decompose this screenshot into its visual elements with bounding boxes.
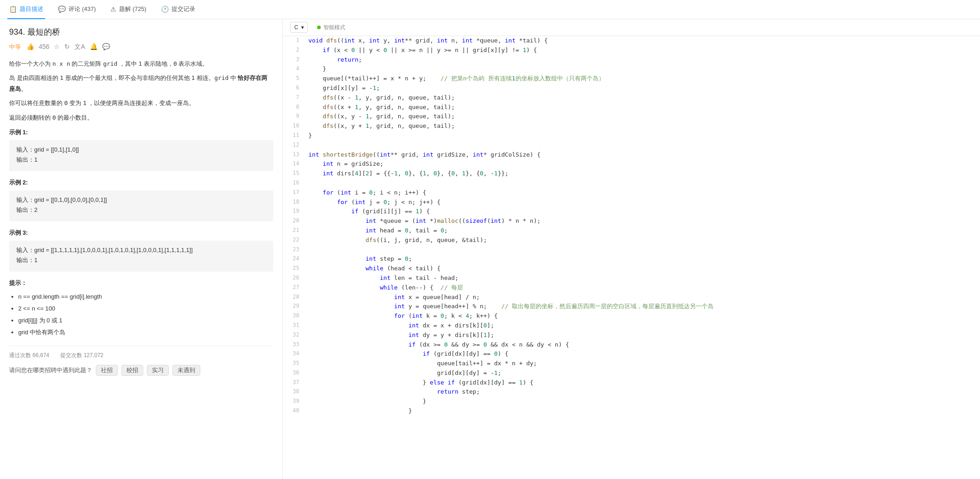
line-number: 32 (283, 331, 305, 340)
star-icon[interactable]: ☆ (54, 43, 60, 51)
table-row: 31 int dx = x + dirs[k][0]; (283, 321, 980, 331)
line-content: int len = tail - head; (305, 274, 980, 283)
line-content (305, 245, 980, 255)
line-number: 23 (283, 245, 305, 255)
example-3-block: 输入：grid = [[1,1,1,1,1],[1,0,0,0,1],[1,0,… (9, 241, 273, 272)
table-row: 5 queue[(*tail)++] = x * n + y; // 把第n个岛… (283, 74, 980, 84)
line-content: dfs((x + 1, y, grid, n, queue, tail); (305, 103, 980, 112)
line-number: 4 (283, 64, 305, 74)
top-nav: 📋 题目描述 💬 评论 (437) ⚠ 题解 (725) 🕐 提交记录 (0, 0, 980, 19)
table-row: 20 int *queue = (int *)malloc((sizeof(in… (283, 216, 980, 226)
nav-item-description[interactable]: 📋 题目描述 (7, 0, 45, 19)
line-number: 33 (283, 340, 305, 350)
line-content: } (305, 406, 980, 416)
language-selector[interactable]: C ▾ (290, 22, 308, 33)
tag-social[interactable]: 社招 (96, 365, 118, 376)
table-row: 8 dfs((x + 1, y, grid, n, queue, tail); (283, 103, 980, 112)
example-3-output: 输出：1 (16, 256, 266, 264)
desc-line-2: 岛 是由四面相连的 1 形成的一个最大组，即不会与非组内的任何其他 1 相连。g… (9, 73, 273, 94)
difficulty-badge: 中等 (9, 43, 21, 51)
line-number: 39 (283, 397, 305, 406)
line-content: int dy = y + dirs[k][1]; (305, 331, 980, 340)
line-number: 38 (283, 387, 305, 397)
line-content: dfs((i, j, grid, n, queue, &tail); (305, 236, 980, 245)
comment-icon[interactable]: 💬 (102, 43, 110, 51)
nav-item-comments[interactable]: 💬 评论 (437) (56, 0, 98, 19)
line-number: 1 (283, 36, 305, 46)
line-number: 17 (283, 188, 305, 198)
line-number: 3 (283, 55, 305, 65)
hint-3: grid[i][j] 为 0 或 1 (18, 315, 273, 326)
line-content: int head = 0, tail = 0; (305, 226, 980, 236)
main-layout: 934. 最短的桥 中等 👍 456 ☆ ↻ 文A 🔔 💬 给你一个大小为 n … (0, 19, 980, 479)
code-area[interactable]: 1void dfs((int x, int y, int** grid, int… (283, 36, 980, 479)
table-row: 25 while (head < tail) { (283, 264, 980, 274)
hint-4: grid 中恰有两个岛 (18, 326, 273, 338)
line-number: 2 (283, 46, 305, 55)
table-row: 35 queue[tail++] = dx * n + dy; (283, 359, 980, 368)
smart-mode-label: 智能模式 (323, 24, 345, 32)
line-content (305, 141, 980, 150)
tag-intern[interactable]: 实习 (147, 365, 169, 376)
line-number: 12 (283, 141, 305, 150)
refresh-icon[interactable]: ↻ (64, 43, 70, 51)
line-number: 7 (283, 93, 305, 103)
line-content: } (305, 397, 980, 406)
table-row: 39 } (283, 397, 980, 406)
tag-none[interactable]: 未遇到 (172, 365, 200, 376)
like-count: 456 (39, 43, 49, 51)
submit-count-label: 提交次数 (60, 352, 83, 358)
problem-title: 934. 最短的桥 (9, 26, 273, 37)
line-content: grid[x][y] = -1; (305, 84, 980, 93)
line-number: 9 (283, 112, 305, 121)
line-number: 8 (283, 103, 305, 112)
line-content: dfs((x, y + 1, grid, n, queue, tail); (305, 121, 980, 131)
line-number: 15 (283, 169, 305, 179)
table-row: 27 while (len--) { // 每层 (283, 283, 980, 293)
table-row: 11} (283, 131, 980, 141)
nav-item-submissions[interactable]: 🕐 提交记录 (159, 0, 197, 19)
example-1-input: 输入：grid = [[0,1],[1,0]] (16, 146, 266, 154)
line-number: 22 (283, 236, 305, 245)
example-1-title: 示例 1: (9, 128, 273, 137)
table-row: 40 } (283, 406, 980, 416)
line-number: 13 (283, 150, 305, 160)
example-3-title: 示例 3: (9, 229, 273, 237)
line-content (305, 179, 980, 188)
desc-line-3: 你可以将任意数量的 0 变为 1 ，以便使两座岛连接起来，变成一座岛。 (9, 98, 273, 108)
line-content: } (305, 64, 980, 74)
table-row: 6 grid[x][y] = -1; (283, 84, 980, 93)
line-number: 40 (283, 406, 305, 416)
problem-description: 给你一个大小为 n x n 的二元矩阵 grid ，其中 1 表示陆地，0 表示… (9, 58, 273, 123)
line-content: grid[dx][dy] = -1; (305, 368, 980, 378)
table-row: 21 int head = 0, tail = 0; (283, 226, 980, 236)
table-row: 28 int x = queue[head] / n; (283, 293, 980, 302)
table-row: 13int shortestBridge((int** grid, int gr… (283, 150, 980, 160)
tag-campus[interactable]: 校招 (121, 365, 143, 376)
translate-icon[interactable]: 文A (74, 43, 85, 51)
like-icon[interactable]: 👍 (26, 43, 34, 51)
line-number: 29 (283, 302, 305, 311)
line-content: if (grid[i][j] == 1) { (305, 207, 980, 216)
table-row: 24 int step = 0; (283, 254, 980, 264)
table-row: 14 int n = gridSize; (283, 159, 980, 169)
line-number: 18 (283, 198, 305, 207)
line-number: 24 (283, 254, 305, 264)
left-panel: 934. 最短的桥 中等 👍 456 ☆ ↻ 文A 🔔 💬 给你一个大小为 n … (0, 19, 283, 479)
difficulty-row: 中等 👍 456 ☆ ↻ 文A 🔔 💬 (9, 43, 273, 51)
nav-item-solutions[interactable]: ⚠ 题解 (725) (109, 0, 148, 19)
hints-title: 提示： (9, 279, 273, 287)
example-2: 示例 2: 输入：grid = [[0,1,0],[0,0,0],[0,0,1]… (9, 179, 273, 221)
bell-icon[interactable]: 🔔 (90, 43, 98, 51)
table-row: 3 return; (283, 55, 980, 65)
line-number: 30 (283, 311, 305, 321)
line-number: 19 (283, 207, 305, 216)
description-icon: 📋 (9, 5, 17, 13)
table-row: 4 } (283, 64, 980, 74)
table-row: 37 } else if (grid[dx][dy] == 1) { (283, 378, 980, 388)
line-number: 27 (283, 283, 305, 293)
line-number: 28 (283, 293, 305, 302)
line-content: while (len--) { // 每层 (305, 283, 980, 293)
stats-row: 通过次数 66,674 提交次数 127,072 (9, 346, 273, 359)
action-icons: 👍 456 ☆ ↻ 文A 🔔 💬 (26, 43, 110, 51)
